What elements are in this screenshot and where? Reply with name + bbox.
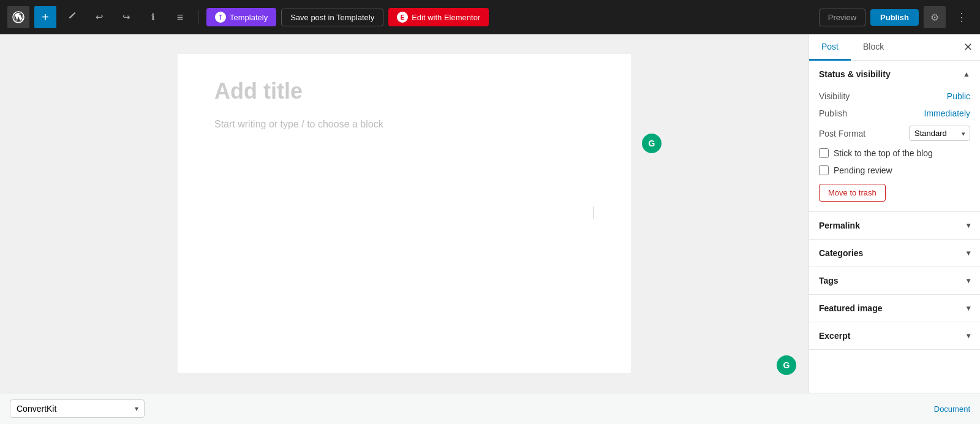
- redo-icon: ↪: [123, 12, 130, 23]
- gear-icon: ⚙: [930, 12, 939, 23]
- categories-label: Categories: [819, 248, 863, 258]
- tags-label: Tags: [819, 276, 839, 286]
- list-view-icon: ≡: [177, 11, 184, 24]
- body-placeholder[interactable]: Start writing or type / to choose a bloc…: [214, 119, 594, 130]
- avatar-bottom-label: G: [783, 360, 790, 370]
- visibility-row: Visibility Public: [819, 88, 970, 105]
- close-icon: ✕: [963, 40, 973, 54]
- toolbar-separator-1: [198, 10, 199, 25]
- status-visibility-section: Status & visibility ▲ Visibility Public …: [809, 61, 980, 212]
- tab-post[interactable]: Post: [809, 34, 851, 61]
- templately-button[interactable]: T Templately: [206, 8, 276, 26]
- excerpt-label: Excerpt: [819, 331, 850, 341]
- featured-image-label: Featured image: [819, 303, 882, 313]
- elementor-label: Edit with Elementor: [412, 13, 480, 22]
- wp-logo: [7, 6, 29, 28]
- status-visibility-chevron: ▲: [963, 70, 970, 78]
- elementor-button[interactable]: E Edit with Elementor: [388, 8, 489, 26]
- right-sidebar: Post Block ✕ Status & visibility ▲ Visib…: [809, 34, 980, 393]
- redo-button[interactable]: ↪: [115, 6, 137, 28]
- pending-review-checkbox[interactable]: [819, 165, 829, 175]
- publish-value[interactable]: Immediately: [924, 108, 970, 118]
- stick-to-top-checkbox[interactable]: [819, 148, 829, 158]
- publish-row-label: Publish: [819, 108, 847, 118]
- post-format-select[interactable]: Standard Aside Audio Chat Gallery Image …: [909, 126, 970, 141]
- excerpt-chevron: ▾: [967, 331, 970, 340]
- more-icon: ⋮: [956, 10, 967, 24]
- tags-section[interactable]: Tags ▾: [809, 267, 980, 295]
- excerpt-section[interactable]: Excerpt ▾: [809, 322, 980, 350]
- cursor-indicator: [594, 206, 594, 221]
- elementor-icon: E: [397, 12, 408, 23]
- move-to-trash-label: Move to trash: [828, 188, 876, 197]
- editor-area: Add title Start writing or type / to cho…: [0, 34, 809, 393]
- templately-icon: T: [215, 12, 226, 23]
- title-field[interactable]: Add title: [214, 78, 594, 104]
- tab-post-label: Post: [821, 42, 839, 51]
- avatar-top-label: G: [649, 138, 655, 148]
- pending-review-row: Pending review: [819, 162, 970, 179]
- undo-icon: ↩: [96, 12, 104, 23]
- sidebar-tabs: Post Block ✕: [809, 34, 980, 61]
- edit-icon: [67, 11, 77, 23]
- info-icon: ℹ: [151, 12, 155, 23]
- more-options-button[interactable]: ⋮: [951, 6, 973, 28]
- toolbar-right: Preview Publish ⚙ ⋮: [819, 6, 973, 28]
- publish-row: Publish Immediately: [819, 105, 970, 122]
- templately-label: Templately: [230, 13, 268, 22]
- tab-block[interactable]: Block: [851, 34, 896, 61]
- avatar-bottom: G: [777, 355, 796, 375]
- featured-image-chevron: ▾: [967, 304, 970, 312]
- document-label[interactable]: Document: [934, 404, 970, 414]
- visibility-value[interactable]: Public: [947, 91, 970, 101]
- settings-button[interactable]: ⚙: [924, 6, 946, 28]
- preview-label: Preview: [828, 13, 856, 22]
- stick-to-top-label[interactable]: Stick to the top of the blog: [834, 148, 933, 158]
- edit-button[interactable]: [61, 6, 83, 28]
- featured-image-section[interactable]: Featured image ▾: [809, 295, 980, 322]
- visibility-label: Visibility: [819, 91, 850, 101]
- save-templately-label: Save post in Templately: [290, 13, 374, 22]
- sidebar-close-button[interactable]: ✕: [956, 34, 980, 60]
- preview-button[interactable]: Preview: [819, 9, 865, 26]
- permalink-section[interactable]: Permalink ▾: [809, 212, 980, 240]
- permalink-chevron: ▾: [967, 221, 970, 230]
- save-templately-button[interactable]: Save post in Templately: [281, 9, 383, 26]
- publish-label: Publish: [880, 13, 909, 22]
- editor-canvas: Add title Start writing or type / to cho…: [178, 54, 631, 373]
- tab-block-label: Block: [863, 42, 884, 51]
- status-visibility-label: Status & visibility: [819, 69, 891, 79]
- status-visibility-header[interactable]: Status & visibility ▲: [809, 61, 980, 88]
- convertkit-select[interactable]: ConvertKit: [10, 399, 145, 418]
- publish-button[interactable]: Publish: [870, 9, 919, 26]
- toolbar: + ↩ ↪ ℹ ≡ T Templately Save post in Temp…: [0, 0, 980, 34]
- info-button[interactable]: ℹ: [142, 6, 164, 28]
- permalink-label: Permalink: [819, 221, 860, 230]
- post-format-row: Post Format Standard Aside Audio Chat Ga…: [819, 122, 970, 145]
- move-to-trash-button[interactable]: Move to trash: [819, 184, 886, 202]
- post-format-label: Post Format: [819, 129, 865, 138]
- avatar-top: G: [642, 134, 662, 153]
- post-format-select-wrapper: Standard Aside Audio Chat Gallery Image …: [909, 126, 970, 141]
- list-view-button[interactable]: ≡: [169, 6, 191, 28]
- plus-icon: +: [42, 11, 49, 23]
- undo-button[interactable]: ↩: [88, 6, 110, 28]
- tags-chevron: ▾: [967, 276, 970, 285]
- add-block-button[interactable]: +: [34, 6, 56, 28]
- pending-review-label[interactable]: Pending review: [834, 165, 892, 175]
- main-layout: Add title Start writing or type / to cho…: [0, 34, 980, 393]
- categories-chevron: ▾: [967, 249, 970, 257]
- stick-to-top-row: Stick to the top of the blog: [819, 145, 970, 162]
- categories-section[interactable]: Categories ▾: [809, 240, 980, 267]
- status-visibility-body: Visibility Public Publish Immediately Po…: [809, 88, 980, 211]
- convertkit-wrapper: ConvertKit ▾: [10, 399, 145, 418]
- bottom-bar: ConvertKit ▾ Document: [0, 393, 980, 424]
